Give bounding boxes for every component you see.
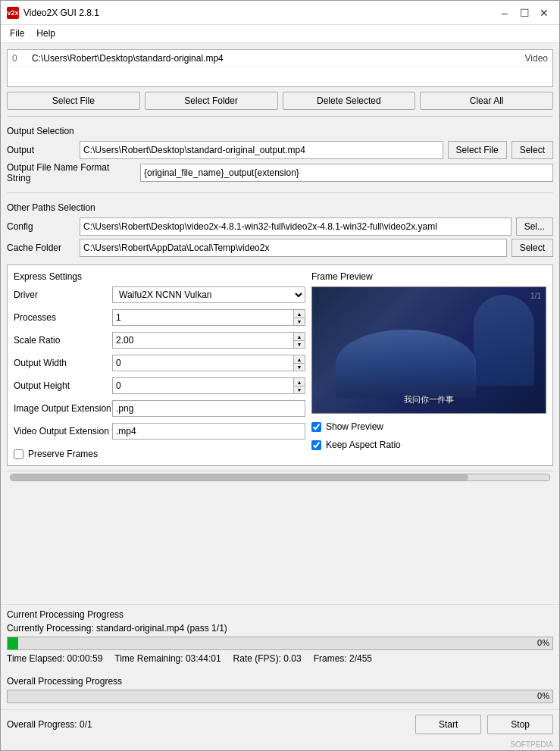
output-height-row: Output Height ▲ ▼ (14, 377, 305, 394)
scrollbar-thumb[interactable] (11, 474, 468, 480)
app-icon: v2x (7, 7, 19, 19)
file-row-num: 0 (12, 53, 27, 64)
overall-progress-label: Overall Progress: 0/1 (7, 719, 409, 730)
config-row: Config Sel... (7, 217, 553, 236)
output-width-label: Output Width (14, 358, 112, 368)
output-section-label: Output Selection (7, 126, 553, 136)
show-preview-label: Show Preview (326, 421, 383, 432)
output-height-input[interactable] (112, 377, 293, 394)
config-label: Config (7, 221, 75, 232)
minimize-button[interactable]: – (496, 5, 514, 21)
preserve-frames-label: Preserve Frames (28, 449, 98, 459)
cache-label: Cache Folder (7, 243, 75, 253)
overall-progress-section: Overall Processing Progress 0% (1, 673, 559, 709)
driver-select[interactable]: Waifu2X NCNN VulkanWaifu2X CaffeWaifu2X … (112, 286, 305, 303)
settings-row: Express Settings Driver Waifu2X NCNN Vul… (14, 271, 546, 459)
cache-select-button[interactable]: Select (512, 239, 553, 257)
action-bar: Overall Progress: 0/1 Start Stop (1, 709, 559, 739)
scale-ratio-input[interactable] (112, 332, 293, 349)
overall-progress-bar: 0% (7, 690, 553, 703)
processes-label: Processes (14, 312, 112, 323)
window-controls: – ☐ ✕ (496, 5, 553, 21)
processes-up-button[interactable]: ▲ (293, 309, 305, 318)
preview-shape-building (474, 295, 534, 386)
cache-row: Cache Folder Select (7, 239, 553, 257)
preview-image: 1/1 我问你一件事 (311, 286, 546, 414)
output-label: Output (7, 145, 75, 155)
processes-input[interactable] (112, 309, 293, 326)
preserve-frames-checkbox[interactable] (14, 449, 23, 459)
rate-fps: Rate (FPS): 0.03 (233, 653, 302, 664)
table-row: 0 C:\Users\Robert\Desktop\standard-origi… (8, 50, 552, 67)
file-action-buttons: Select File Select Folder Delete Selecte… (7, 92, 553, 110)
divider-1 (7, 116, 553, 117)
driver-label: Driver (14, 289, 112, 300)
menu-help[interactable]: Help (30, 27, 61, 41)
scale-ratio-down-button[interactable]: ▼ (293, 340, 305, 349)
main-window: v2x Video2X GUI 2.8.1 – ☐ ✕ File Help 0 … (0, 0, 560, 751)
scale-ratio-row: Scale Ratio ▲ ▼ (14, 332, 305, 349)
output-width-up-button[interactable]: ▲ (293, 355, 305, 363)
stop-button[interactable]: Stop (487, 715, 553, 734)
config-select-button[interactable]: Sel... (516, 217, 553, 236)
output-row: Output Select File Select (7, 141, 553, 159)
keep-aspect-label: Keep Aspect Ratio (326, 440, 401, 450)
image-ext-label: Image Output Extension (14, 403, 112, 414)
menu-bar: File Help (1, 25, 559, 43)
select-folder-button[interactable]: Select Folder (145, 92, 278, 110)
output-select-file-button[interactable]: Select File (448, 141, 507, 159)
driver-row: Driver Waifu2X NCNN VulkanWaifu2X CaffeW… (14, 286, 305, 303)
output-height-spinner: ▲ ▼ (112, 377, 305, 394)
menu-file[interactable]: File (4, 27, 30, 41)
cache-input[interactable] (80, 239, 507, 257)
overall-progress-pct: 0% (537, 691, 549, 700)
preview-shape-wing (336, 330, 476, 398)
output-select-button[interactable]: Select (512, 141, 553, 159)
express-settings: Express Settings Driver Waifu2X NCNN Vul… (14, 271, 305, 459)
output-width-input[interactable] (112, 355, 293, 371)
processes-down-button[interactable]: ▼ (293, 318, 305, 326)
video-ext-row: Video Output Extension (14, 423, 305, 440)
frames-count: Frames: 2/455 (314, 653, 372, 664)
time-remaining: Time Remaining: 03:44:01 (114, 653, 221, 664)
file-row-type: Video (525, 53, 548, 64)
current-progress-fill (8, 637, 18, 649)
scale-ratio-up-button[interactable]: ▲ (293, 332, 305, 340)
current-progress-bar: 0% (7, 637, 553, 650)
current-progress-subtitle: Currently Processing: standard-original.… (7, 623, 553, 634)
output-section: Output Selection Output Select File Sele… (7, 123, 553, 186)
select-file-button[interactable]: Select File (7, 92, 140, 110)
format-input[interactable] (140, 164, 553, 182)
current-progress-title: Current Processing Progress (7, 609, 553, 620)
other-paths-section: Other Paths Selection Config Sel... Cach… (7, 199, 553, 260)
overall-progress-title: Overall Processing Progress (7, 676, 553, 687)
preserve-frames-row: Preserve Frames (14, 449, 305, 459)
show-preview-row: Show Preview (311, 421, 546, 432)
image-ext-input[interactable] (112, 400, 305, 417)
horizontal-scrollbar[interactable] (7, 471, 553, 483)
maximize-button[interactable]: ☐ (515, 5, 533, 21)
scrollbar-track (10, 474, 550, 481)
delete-selected-button[interactable]: Delete Selected (283, 92, 416, 110)
close-button[interactable]: ✕ (535, 5, 553, 21)
video-ext-input[interactable] (112, 423, 305, 440)
file-list[interactable]: 0 C:\Users\Robert\Desktop\standard-origi… (7, 49, 553, 87)
preview-subtitle: 我问你一件事 (404, 394, 454, 405)
config-input[interactable] (80, 217, 512, 236)
express-settings-label: Express Settings (14, 271, 305, 282)
format-row: Output File Name Format String (7, 162, 553, 183)
show-preview-checkbox[interactable] (311, 422, 321, 432)
current-progress-pct: 0% (537, 638, 549, 647)
clear-all-button[interactable]: Clear All (420, 92, 553, 110)
scale-ratio-label: Scale Ratio (14, 335, 112, 346)
output-height-up-button[interactable]: ▲ (293, 377, 305, 386)
output-width-down-button[interactable]: ▼ (293, 363, 305, 371)
output-input[interactable] (80, 141, 443, 159)
output-width-row: Output Width ▲ ▼ (14, 355, 305, 371)
title-bar: v2x Video2X GUI 2.8.1 – ☐ ✕ (1, 1, 559, 25)
start-button[interactable]: Start (415, 715, 481, 734)
file-row-path: C:\Users\Robert\Desktop\standard-origina… (32, 53, 519, 64)
output-height-down-button[interactable]: ▼ (293, 386, 305, 394)
watermark: SOFTPEDIA (1, 739, 559, 750)
keep-aspect-checkbox[interactable] (311, 440, 321, 450)
